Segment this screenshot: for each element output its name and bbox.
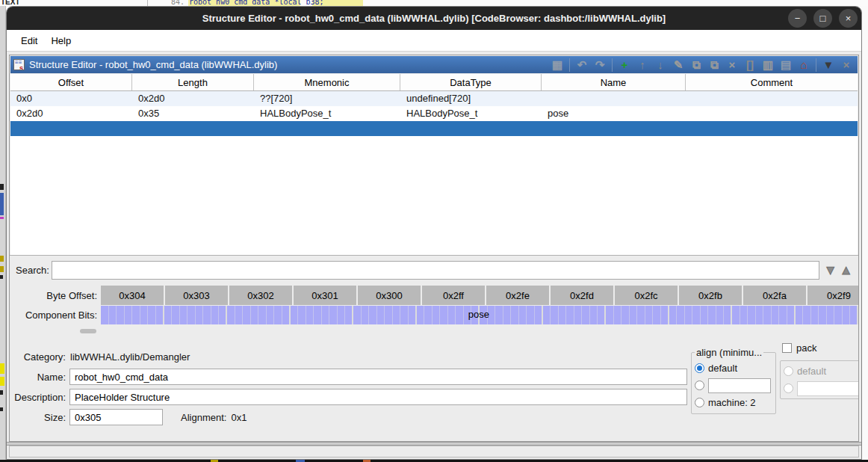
column-header-datatype[interactable]: DataType — [400, 74, 542, 90]
editor-toolbar: ▦↶↷+↑↓✎⧉⧉×[]▥▤⌂▼× — [549, 58, 855, 73]
table-cell[interactable] — [400, 121, 542, 136]
bit-cell — [369, 306, 377, 324]
bit-cell — [424, 306, 433, 324]
table-cell[interactable]: HALBodyPose_t — [400, 106, 542, 121]
pack-custom-field[interactable] — [797, 381, 859, 396]
menu-edit[interactable]: Edit — [14, 32, 44, 49]
bit-cell — [614, 306, 622, 324]
table-cell[interactable] — [686, 91, 858, 106]
menu-bar: EditHelp — [7, 30, 861, 52]
align-custom-field[interactable] — [708, 378, 771, 393]
bit-cell — [527, 306, 535, 324]
go-home-button[interactable]: ⌂ — [796, 58, 812, 73]
clear-button[interactable]: ✎ — [670, 58, 686, 73]
delete-button[interactable]: × — [724, 58, 740, 73]
table-row[interactable] — [10, 121, 858, 136]
duplicate-multiple-button[interactable]: ⧉ — [706, 58, 722, 73]
column-header-mnemonic[interactable]: Mnemonic — [254, 74, 400, 90]
pack-checkbox[interactable] — [782, 343, 792, 353]
bit-cell — [519, 306, 527, 324]
splitter-handle[interactable] — [80, 329, 96, 333]
table-cell[interactable]: undefined[720] — [400, 91, 542, 106]
menu-help[interactable]: Help — [44, 32, 78, 49]
bit-cell — [621, 306, 630, 324]
pack-radio[interactable] — [784, 384, 793, 393]
table-cell[interactable]: 0x2d0 — [132, 91, 254, 106]
column-header-comment[interactable]: Comment — [686, 74, 858, 90]
minimize-button[interactable]: − — [788, 9, 807, 28]
bit-cell — [187, 306, 196, 324]
table-row[interactable]: 0x00x2d0??[720]undefined[720] — [10, 91, 858, 106]
bit-cell — [267, 306, 275, 324]
close-button[interactable]: × — [839, 9, 858, 28]
bit-cell — [653, 306, 661, 324]
menu-dropdown-button[interactable]: ▼ — [820, 58, 837, 73]
align-options: defaultmachine: 2 — [695, 360, 772, 411]
save-button[interactable]: ▦ — [549, 58, 565, 73]
search-input[interactable] — [52, 261, 819, 280]
window-titlebar[interactable]: Structure Editor - robot_hw0_cmd_data (l… — [7, 7, 861, 30]
duplicate-button[interactable]: ⧉ — [688, 58, 704, 73]
bit-cell — [298, 306, 306, 324]
table-cell[interactable] — [132, 121, 254, 136]
unpackage-button[interactable]: ▥ — [760, 58, 776, 73]
maximize-button[interactable]: □ — [813, 9, 832, 28]
redo-button[interactable]: ↷ — [592, 58, 608, 73]
table-cell[interactable]: 0x35 — [132, 106, 254, 121]
move-up-button[interactable]: ↑ — [634, 58, 651, 73]
search-label: Search: — [16, 265, 52, 276]
table-cell[interactable] — [254, 121, 400, 136]
size-field[interactable] — [69, 409, 163, 425]
bit-cell — [243, 306, 251, 324]
table-cell[interactable]: ??[720] — [254, 91, 400, 106]
search-previous-icon[interactable]: ▲ — [840, 264, 852, 277]
bit-cell — [787, 306, 796, 324]
column-header-name[interactable]: Name — [542, 74, 686, 90]
column-header-length[interactable]: Length — [132, 74, 254, 90]
table-cell[interactable] — [542, 121, 686, 136]
align-group-legend: align (minimu... — [695, 347, 763, 358]
column-header-offset[interactable]: Offset — [10, 74, 132, 90]
add-component-button[interactable]: + — [616, 58, 633, 73]
align-radio[interactable] — [695, 363, 704, 373]
move-down-button[interactable]: ↓ — [652, 58, 669, 73]
pack-options: default — [784, 363, 859, 397]
bit-cell — [329, 306, 338, 324]
search-bar: Search: ▼ ▲ — [10, 255, 858, 284]
align-radio[interactable] — [695, 398, 704, 407]
table-cell[interactable] — [542, 91, 686, 106]
table-cell[interactable]: pose — [542, 106, 686, 121]
bit-cell — [559, 306, 567, 324]
bit-cell — [598, 306, 606, 324]
bit-cell — [661, 306, 669, 324]
table-cell[interactable]: 0x0 — [10, 91, 132, 106]
bit-cell — [338, 306, 346, 324]
table-cell[interactable] — [686, 121, 858, 136]
table-cell[interactable] — [10, 121, 132, 136]
bit-cell — [456, 306, 464, 324]
bit-cell — [582, 306, 590, 324]
bit-cell — [495, 306, 503, 324]
close-panel-button[interactable]: × — [838, 58, 855, 73]
show-component-button[interactable]: ▤ — [778, 58, 794, 73]
bit-cell — [148, 306, 156, 324]
bit-cell — [156, 306, 164, 324]
bit-cell — [590, 306, 598, 324]
bit-cell — [132, 306, 140, 324]
window-controls: −□× — [788, 9, 858, 28]
toolbar-separator — [569, 58, 570, 72]
table-cell[interactable]: 0x2d0 — [10, 106, 132, 121]
description-field[interactable] — [69, 389, 687, 405]
create-array-button[interactable]: [] — [742, 58, 758, 73]
search-next-icon[interactable]: ▼ — [824, 264, 837, 277]
byte-offset-cell: 0x2fc — [615, 286, 678, 305]
editor-panel-header[interactable]: ≡≡s Structure Editor - robot_hw0_cmd_dat… — [10, 56, 858, 73]
table-cell[interactable]: HALBodyPose_t — [254, 106, 400, 121]
table-row[interactable]: 0x2d00x35HALBodyPose_tHALBodyPose_tpose — [10, 106, 858, 121]
table-cell[interactable] — [686, 106, 858, 121]
pack-radio[interactable] — [784, 366, 793, 376]
name-field[interactable] — [69, 369, 687, 385]
table-header: OffsetLengthMnemonicDataTypeNameComment — [10, 74, 858, 91]
align-radio[interactable] — [695, 381, 704, 390]
undo-button[interactable]: ↶ — [574, 58, 590, 73]
